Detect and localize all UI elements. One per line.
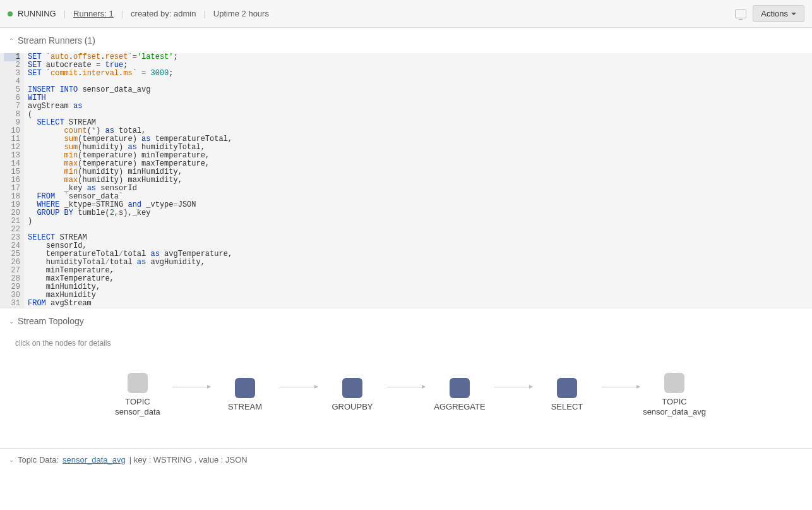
- node-label: AGGREGATE: [434, 402, 485, 412]
- code-line[interactable]: minHumidity,: [28, 283, 808, 291]
- code-line[interactable]: (: [28, 111, 808, 119]
- node-box-icon[interactable]: [664, 373, 684, 393]
- topic-data-prefix: Topic Data:: [18, 455, 59, 464]
- runners-link[interactable]: Runners: 1: [73, 9, 114, 18]
- code-editor[interactable]: 1234567891011121314151617181920212223242…: [0, 53, 812, 308]
- actions-label: Actions: [761, 9, 788, 18]
- created-by-text: created by: admin: [131, 9, 196, 18]
- code-line[interactable]: avgStream as: [28, 102, 808, 111]
- arrow-icon: [280, 387, 318, 387]
- node-box-icon[interactable]: [235, 378, 255, 398]
- node-label: STREAM: [228, 402, 262, 412]
- chevron-up-icon: ⌃: [9, 37, 14, 44]
- node-label: TOPIC: [125, 397, 150, 407]
- arrow-icon: [172, 387, 210, 387]
- node-box-icon[interactable]: [342, 378, 362, 398]
- chevron-down-icon: ⌄: [9, 456, 14, 463]
- code-line[interactable]: SET `commit.interval.ms` = 3000;: [28, 70, 808, 78]
- code-line[interactable]: humidityTotal/total as avgHumidity,: [28, 258, 808, 267]
- node-sub-label: sensor_data: [115, 407, 160, 416]
- stream-runners-title: Stream Runners (1): [18, 35, 95, 46]
- chevron-down-icon: ⌄: [9, 318, 14, 325]
- separator: |: [121, 9, 123, 18]
- arrow-icon: [494, 387, 532, 387]
- topic-data-link[interactable]: sensor_data_avg: [63, 455, 126, 464]
- node-box-icon[interactable]: [450, 378, 470, 398]
- uptime-text: Uptime 2 hours: [213, 9, 269, 18]
- code-line[interactable]: ): [28, 217, 808, 226]
- arrow-icon: [387, 387, 425, 387]
- code-line[interactable]: _key as sensorId: [28, 185, 808, 193]
- stream-topology-section: ⌄ Stream Topology click on the nodes for…: [0, 308, 812, 449]
- node-label: SELECT: [551, 402, 583, 412]
- arrow-icon: [602, 387, 640, 387]
- code-gutter: 1234567891011121314151617181920212223242…: [0, 53, 24, 308]
- stream-topology-header[interactable]: ⌄ Stream Topology: [0, 308, 812, 334]
- code-line[interactable]: GROUP BY tumble(2,s),_key: [28, 209, 808, 217]
- code-line[interactable]: FROM avgStream: [28, 300, 808, 308]
- separator: |: [203, 9, 205, 18]
- topology-node[interactable]: TOPICsensor_data: [103, 373, 172, 416]
- status-dot-icon: [8, 11, 13, 16]
- topology-node[interactable]: TOPICsensor_data_avg: [640, 373, 709, 416]
- topology-hint: click on the nodes for details: [15, 339, 797, 348]
- code-line[interactable]: WITH: [28, 94, 808, 102]
- caret-down-icon: [791, 13, 796, 15]
- code-line[interactable]: minTemperature,: [28, 267, 808, 275]
- code-line[interactable]: max(humidity) maxHumidity,: [28, 176, 808, 185]
- topology-node[interactable]: STREAM: [210, 378, 280, 412]
- stream-runners-header[interactable]: ⌃ Stream Runners (1): [0, 28, 812, 53]
- topology-nodes-row: TOPICsensor_dataSTREAMGROUPBYAGGREGATESE…: [15, 373, 797, 416]
- node-box-icon[interactable]: [557, 378, 577, 398]
- node-label: GROUPBY: [331, 402, 373, 412]
- topology-node[interactable]: GROUPBY: [318, 378, 387, 412]
- code-line[interactable]: SELECT STREAM: [28, 234, 808, 242]
- topic-data-section-header[interactable]: ⌄ Topic Data: sensor_data_avg | key : WS…: [0, 449, 812, 471]
- code-line[interactable]: SET `auto.offset.reset`='latest';: [28, 53, 808, 61]
- separator: |: [64, 9, 66, 18]
- code-line[interactable]: [28, 226, 808, 234]
- gutter-line: 31: [4, 300, 20, 308]
- node-box-icon[interactable]: [128, 373, 148, 393]
- topic-data-suffix: | key : WSTRING , value : JSON: [129, 455, 248, 464]
- node-sub-label: sensor_data_avg: [643, 407, 706, 416]
- code-line[interactable]: maxTemperature,: [28, 275, 808, 283]
- node-label: TOPIC: [662, 397, 687, 407]
- code-lines[interactable]: SET `auto.offset.reset`='latest';SET aut…: [24, 53, 812, 308]
- topbar: RUNNING | Runners: 1 | created by: admin…: [0, 0, 812, 28]
- actions-button[interactable]: Actions: [753, 5, 804, 22]
- code-line[interactable]: maxHumidity: [28, 291, 808, 300]
- status-text: RUNNING: [18, 9, 56, 18]
- monitor-icon[interactable]: [735, 9, 746, 18]
- stream-runners-section: ⌃ Stream Runners (1) 1234567891011121314…: [0, 28, 812, 308]
- code-line[interactable]: INSERT INTO sensor_data_avg: [28, 86, 808, 94]
- topology-node[interactable]: SELECT: [532, 378, 602, 412]
- stream-topology-title: Stream Topology: [18, 316, 84, 326]
- topology-node[interactable]: AGGREGATE: [425, 378, 494, 412]
